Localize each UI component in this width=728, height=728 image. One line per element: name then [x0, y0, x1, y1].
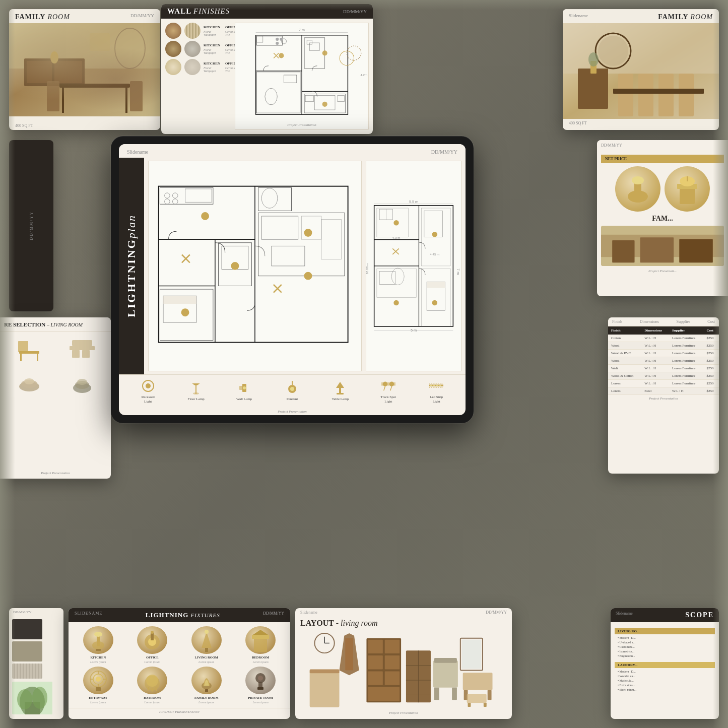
svg-rect-34: [338, 96, 344, 102]
lightning-fixtures-header: SLIDENAME LIGHTNING fixtures DD/MM/YY: [69, 608, 290, 622]
svg-rect-89: [163, 296, 196, 304]
fixture-kitchen-label: KITCHEN: [90, 655, 106, 659]
svg-point-202: [258, 676, 263, 681]
svg-rect-2: [24, 58, 85, 86]
furniture-data-table: Finish Dimensions Supplier Cost CottonW:…: [608, 326, 719, 395]
decor-item-2: [665, 166, 710, 212]
re-selection-title: RE SELECTION – living room: [4, 321, 107, 327]
fixtures-title: LIGHTNING fixtures: [146, 611, 220, 619]
furniture-table-card: Finish Dimensions Supplier Cost Finish D…: [608, 317, 719, 474]
svg-point-37: [322, 102, 327, 107]
svg-rect-158: [680, 186, 695, 204]
svg-point-54: [588, 52, 599, 67]
table-row: LoremW:L : HLorem Furniture$250: [608, 380, 719, 387]
re-selection-header: RE SELECTION – living room: [0, 317, 111, 332]
fixture-family-room-sublabel: Lorem ipsum: [198, 701, 214, 704]
table-row: WoodW:L : HLorem Furniture$250: [608, 357, 719, 365]
layout-date: DD/MM/YY: [486, 610, 507, 615]
svg-rect-210: [368, 640, 382, 653]
tablet-date: DD/MM/YY: [431, 149, 457, 155]
svg-rect-234: [310, 670, 340, 707]
svg-point-11: [115, 28, 145, 69]
svg-rect-1: [9, 23, 160, 69]
table-row: WoodW:L : HLorem Furniture$250: [608, 342, 719, 350]
color-swatches: [12, 619, 60, 679]
lightning-fixtures-body: KITCHEN Lorem ipsum OFFICE Lorem ipsum: [69, 622, 290, 708]
right-panel-footer: Project Presentati...: [601, 269, 724, 273]
svg-text:4.45 m: 4.45 m: [430, 252, 439, 256]
svg-point-68: [77, 379, 87, 385]
svg-rect-208: [345, 638, 353, 671]
svg-rect-58: [18, 341, 28, 352]
table-row: Wood & CottonW:L : HLorem Furniture$250: [608, 372, 719, 380]
svg-point-77: [165, 199, 170, 205]
svg-rect-49: [638, 74, 653, 116]
top-right-sqft: 400 SQ FT: [563, 119, 719, 127]
svg-rect-166: [679, 239, 713, 263]
top-right-title: FAMILY room: [658, 13, 713, 21]
furniture-item-2: [57, 336, 107, 366]
table-row: Wood & PVCW:L : HLorem Furniture$250: [608, 350, 719, 357]
legend-floor-lamp: Floor Lamp: [181, 381, 211, 402]
bottom-left-date: DD/MM/YY: [13, 610, 32, 614]
swatch-light: [12, 664, 42, 679]
svg-rect-56: [20, 354, 22, 361]
fixture-office-label: OFFICE: [146, 655, 159, 659]
svg-rect-213: [385, 655, 400, 669]
top-right-header: Slidename FAMILY room: [563, 9, 719, 23]
sample-dotted: [184, 59, 201, 75]
sample-concrete: [184, 41, 201, 57]
right-panel-header: DD/MM/YY: [597, 140, 728, 151]
table-lamp-icon: [333, 381, 347, 395]
legend-led-strip-light: Led StripLight: [421, 379, 451, 404]
svg-rect-192: [96, 687, 101, 691]
svg-marker-184: [253, 630, 268, 635]
fixture-kitchen: KITCHEN Lorem ipsum: [73, 626, 124, 664]
svg-text:7 m: 7 m: [456, 269, 460, 275]
svg-rect-3: [27, 61, 52, 83]
scene: FAMILY room DD/MM/YY: [0, 0, 728, 728]
family-room-image: [9, 23, 160, 116]
svg-rect-164: [612, 240, 634, 262]
fixture-kitchen-sublabel: Lorem ipsum: [90, 660, 106, 664]
fixtures-footer: PROJECT PRESENTATION: [69, 708, 290, 715]
svg-rect-29: [309, 43, 319, 50]
left-fade: [0, 0, 15, 728]
tablet-frame: Slidename DD/MM/YY LIGHTNINGplan: [111, 136, 474, 423]
card-header: FAMILY room DD/MM/YY: [9, 9, 160, 23]
sample-stripe: [184, 23, 201, 39]
svg-rect-211: [385, 640, 400, 653]
svg-rect-52: [613, 89, 704, 94]
recessed-light-label: RecessedLight: [142, 395, 155, 404]
svg-rect-231: [467, 694, 487, 703]
svg-text:10.88 m: 10.88 m: [366, 263, 369, 275]
svg-rect-225: [452, 688, 457, 700]
bottom-left-body: [9, 616, 63, 717]
svg-rect-28: [304, 38, 325, 69]
svg-rect-61: [82, 350, 90, 358]
svg-rect-12: [90, 33, 110, 51]
svg-rect-182: [254, 637, 267, 652]
furniture-item-4: [57, 369, 107, 399]
card-date: DD/MM/YY: [130, 13, 154, 21]
pendant-icon: [285, 381, 299, 395]
fixture-bathroom-label: BATROOM: [144, 696, 161, 699]
svg-point-5: [50, 51, 58, 63]
col-finish: Finish: [608, 326, 641, 335]
svg-rect-74: [160, 187, 213, 204]
fixture-living-room-sublabel: Lorem ipsum: [198, 660, 214, 664]
fixtures-slidename: SLIDENAME: [75, 611, 102, 619]
svg-point-194: [146, 675, 158, 687]
fixture-entryway-image: [83, 667, 113, 694]
svg-point-125: [432, 300, 437, 305]
furniture-table-header: Finish Dimensions Supplier Cost: [608, 317, 719, 326]
sample-text-3: KITCHEN Floral Wallpaper: [204, 43, 220, 54]
tablet-footer: Project Presentation: [119, 408, 466, 415]
top-right-family-card: Slidename FAMILY room: [563, 9, 719, 130]
sample-wood: [165, 23, 181, 39]
svg-point-174: [94, 632, 102, 637]
led-strip-light-label: Led StripLight: [430, 395, 443, 404]
svg-rect-227: [462, 640, 481, 669]
top-right-image: [563, 23, 719, 119]
svg-point-131: [146, 383, 151, 388]
